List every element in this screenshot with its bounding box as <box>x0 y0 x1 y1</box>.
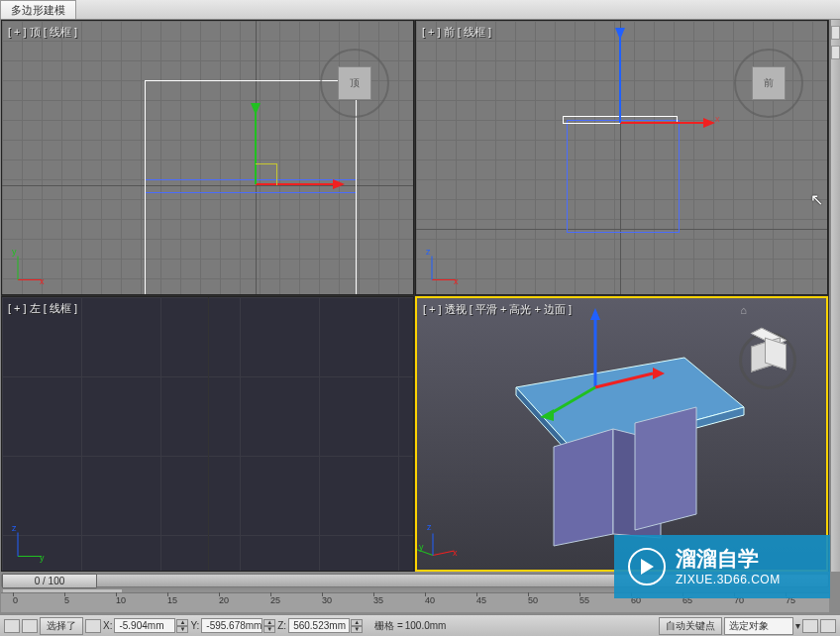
object-edge <box>567 120 680 233</box>
status-bar: 选择了 X: -5.904mm▲▼ Y: -595.678mm▲▼ Z: 560… <box>0 614 840 636</box>
corner-axis: y z <box>14 523 52 561</box>
svg-line-10 <box>548 387 595 415</box>
play-prev-icon[interactable] <box>820 619 836 633</box>
z-label: Z: <box>277 620 286 631</box>
y-label: Y: <box>190 620 199 631</box>
corner-axis: x y z <box>429 522 467 560</box>
selection-filter[interactable]: 选定对象 <box>724 617 793 635</box>
script-listener-icon[interactable] <box>4 619 20 633</box>
tab-bar: 多边形建模 <box>0 0 840 20</box>
viewcube[interactable] <box>733 326 802 395</box>
viewport-front[interactable]: [ + ] 前 [ 线框 ] 前 x x z <box>415 20 828 295</box>
axis-v <box>208 297 209 571</box>
dropdown-icon[interactable]: ▾ <box>795 620 800 631</box>
auto-key-button[interactable]: 自动关键点 <box>659 617 722 635</box>
play-icon <box>628 548 666 585</box>
viewport-label[interactable]: [ + ] 透视 [ 平滑 + 高光 + 边面 ] <box>423 302 572 317</box>
command-panel-collapsed[interactable] <box>830 20 840 572</box>
tab-polymodel[interactable]: 多边形建模 <box>0 0 76 19</box>
prompt-icon[interactable] <box>22 619 38 633</box>
watermark-sub: ZIXUE.3D66.COM <box>676 573 781 587</box>
grid-value: 100.0mm <box>405 620 447 631</box>
move-gizmo[interactable] <box>620 123 621 124</box>
selected-button[interactable]: 选择了 <box>40 617 83 635</box>
corner-axis: x y <box>14 247 52 284</box>
viewport-label[interactable]: [ + ] 顶 [ 线框 ] <box>8 25 77 40</box>
coord-z-spinner[interactable]: 560.523mm▲▼ <box>288 618 363 633</box>
watermark: 溜溜自学 ZIXUE.3D66.COM <box>614 535 830 598</box>
move-gizmo[interactable] <box>256 184 257 185</box>
viewport-label[interactable]: [ + ] 左 [ 线框 ] <box>8 301 77 316</box>
axis-x-label: x <box>715 114 720 124</box>
coord-y-spinner[interactable]: -595.678mm▲▼ <box>201 618 275 633</box>
viewport-grid: [ + ] 顶 [ 线框 ] 顶 x y [ + ] 前 [ 线框 ] <box>1 20 829 572</box>
svg-line-8 <box>595 373 653 387</box>
watermark-title: 溜溜自学 <box>676 546 781 572</box>
viewport-label[interactable]: [ + ] 前 [ 线框 ] <box>422 25 491 40</box>
panel-icon[interactable] <box>831 46 840 59</box>
viewport-perspective[interactable]: [ + ] 透视 [ 平滑 + 高光 + 边面 ] ⌂ x <box>415 296 828 572</box>
lock-icon[interactable] <box>85 619 101 633</box>
svg-marker-3 <box>554 429 613 546</box>
coord-x-spinner[interactable]: -5.904mm▲▼ <box>114 618 188 633</box>
viewcube[interactable]: 前 <box>734 49 803 118</box>
viewport-left[interactable]: [ + ] 左 [ 线框 ] y z <box>1 296 414 572</box>
viewcube[interactable]: 顶 <box>320 49 389 118</box>
grid-label: 栅格 = <box>374 619 403 633</box>
panel-icon[interactable] <box>831 26 840 40</box>
move-gizmo[interactable] <box>536 308 675 437</box>
svg-marker-11 <box>540 409 554 421</box>
corner-axis: x z <box>428 247 466 284</box>
svg-marker-9 <box>653 368 665 379</box>
home-icon[interactable]: ⌂ <box>740 304 747 316</box>
x-label: X: <box>103 620 112 631</box>
play-start-icon[interactable] <box>802 619 818 633</box>
svg-marker-7 <box>590 308 600 320</box>
viewport-top[interactable]: [ + ] 顶 [ 线框 ] 顶 x y <box>1 20 414 295</box>
time-thumb[interactable]: 0 / 100 <box>2 574 97 588</box>
